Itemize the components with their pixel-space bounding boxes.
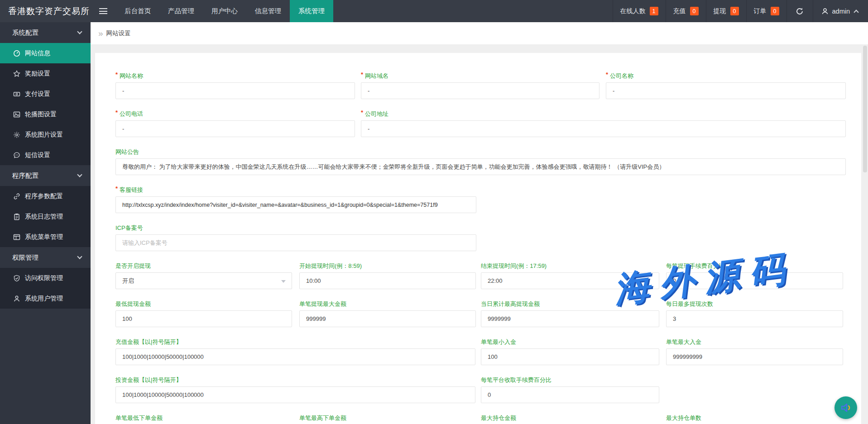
chevron-down-icon — [77, 172, 82, 177]
company-name-field: *公司名称 — [606, 72, 846, 99]
stat-label: 订单 — [754, 7, 767, 15]
withdraw-end-time-input[interactable] — [481, 272, 659, 289]
recharge-amounts-input[interactable] — [115, 348, 475, 365]
field-label: 单笔最高下单金额 — [299, 414, 346, 421]
sidebar: 系统配置 网站信息 奖励设置 支付设置 轮播图设置 系统图片设置 — [0, 22, 91, 424]
sidebar-item-site-info[interactable]: 网站信息 — [0, 43, 91, 63]
app-logo: 香港数字资产交易所 — [0, 0, 91, 22]
site-name-input[interactable] — [115, 82, 355, 99]
icp-number-input[interactable] — [115, 234, 476, 251]
field-label: 网站域名 — [365, 72, 388, 79]
select-caret-icon — [281, 280, 286, 283]
required-asterisk: * — [606, 71, 608, 78]
stat-label: 在线人数 — [620, 7, 646, 15]
withdraw-count-badge: 0 — [730, 7, 739, 15]
field-label: 每日最多提现次数 — [666, 300, 713, 307]
user-menu[interactable]: admin — [813, 0, 868, 22]
sidebar-item-system-logs[interactable]: 系统日志管理 — [0, 206, 91, 227]
max-single-withdraw-input[interactable] — [299, 310, 476, 327]
platform-fee-percent-input[interactable] — [481, 386, 659, 403]
required-asterisk: * — [115, 185, 118, 192]
sidebar-item-system-menus[interactable]: 系统菜单管理 — [0, 227, 91, 247]
sidebar-item-sms-settings[interactable]: 短信设置 — [0, 145, 91, 165]
chevron-up-icon — [854, 10, 858, 14]
stat-online-users[interactable]: 在线人数 1 — [613, 0, 666, 22]
field-label: 充值金额【以|符号隔开】 — [115, 338, 182, 345]
company-address-input[interactable] — [361, 120, 846, 137]
customer-service-link-field: *客服链接 — [115, 186, 476, 213]
field-label: 每笔平台收取手续费百分比 — [481, 376, 551, 383]
image-icon — [12, 111, 21, 118]
company-address-field: *公司地址 — [361, 110, 846, 137]
stat-withdraw[interactable]: 提现 0 — [706, 0, 746, 22]
tab-system-management[interactable]: 系统管理 — [290, 0, 333, 22]
field-label: 网站名称 — [120, 72, 143, 79]
gear-icon — [12, 131, 21, 138]
max-order-amount-field: 单笔最高下单金额 — [299, 414, 476, 424]
sidebar-item-system-image-settings[interactable]: 系统图片设置 — [0, 124, 91, 145]
withdraw-start-time-field: 开始提现时间(例：8:59) — [299, 262, 476, 289]
withdraw-start-time-input[interactable] — [299, 272, 476, 289]
money-icon — [12, 91, 21, 98]
recharge-count-badge: 0 — [690, 7, 699, 15]
online-count-badge: 1 — [650, 7, 658, 15]
tab-user-center[interactable]: 用户中心 — [203, 0, 246, 22]
tab-products[interactable]: 产品管理 — [159, 0, 203, 22]
breadcrumb-chevrons-icon: » — [98, 29, 103, 38]
hamburger-menu-icon[interactable] — [91, 0, 116, 22]
field-label: 是否开启提现 — [115, 262, 151, 269]
order-count-badge: 0 — [771, 7, 779, 15]
stat-recharge[interactable]: 充值 0 — [666, 0, 706, 22]
max-single-withdraw-field: 单笔提现最大金额 — [299, 300, 476, 327]
sidebar-item-payment-settings[interactable]: 支付设置 — [0, 84, 91, 104]
username: admin — [832, 8, 850, 15]
max-position-count-field: 最大持仓单数 — [666, 414, 843, 424]
field-label: 单笔最低下单金额 — [115, 414, 163, 421]
refresh-icon[interactable] — [786, 0, 813, 22]
sidebar-item-access-permissions[interactable]: 访问权限管理 — [0, 268, 91, 288]
required-asterisk: * — [361, 71, 363, 78]
max-single-deposit-input[interactable] — [666, 348, 843, 365]
field-label: 当日累计最高提现金额 — [481, 300, 540, 307]
sidebar-item-system-users[interactable]: 系统用户管理 — [0, 288, 91, 309]
company-phone-field: *公司电话 — [115, 110, 355, 137]
site-notice-input[interactable] — [115, 158, 846, 175]
min-withdraw-amount-input[interactable] — [115, 310, 292, 327]
sidebar-item-reward-settings[interactable]: 奖励设置 — [0, 63, 91, 84]
stat-orders[interactable]: 订单 0 — [746, 0, 786, 22]
withdraw-enabled-select[interactable]: 开启 — [115, 272, 292, 289]
tab-information[interactable]: 信息管理 — [246, 0, 290, 22]
star-icon — [12, 70, 21, 77]
sidebar-item-carousel-settings[interactable]: 轮播图设置 — [0, 104, 91, 124]
chat-bubble-icon — [12, 152, 21, 159]
site-domain-input[interactable] — [361, 82, 599, 99]
sidebar-group-program-config[interactable]: 程序配置 — [0, 165, 91, 186]
withdraw-fee-percent-input[interactable] — [666, 272, 843, 289]
required-asterisk: * — [361, 109, 363, 116]
speaker-icon — [839, 401, 853, 414]
company-name-input[interactable] — [606, 82, 846, 99]
sidebar-group-system-config[interactable]: 系统配置 — [0, 22, 91, 43]
company-phone-input[interactable] — [115, 120, 355, 137]
field-label: 最低提现金额 — [115, 300, 151, 307]
min-single-deposit-input[interactable] — [481, 348, 659, 365]
max-daily-withdraw-times-input[interactable] — [666, 310, 843, 327]
max-daily-withdraw-input[interactable] — [481, 310, 659, 327]
site-domain-field: *网站域名 — [361, 72, 599, 99]
breadcrumb-bar: » 网站设置 — [91, 22, 868, 44]
floating-sound-button[interactable] — [834, 396, 857, 419]
topbar-right: 在线人数 1 充值 0 提现 0 订单 0 admin — [613, 0, 868, 22]
customer-service-link-input[interactable] — [115, 196, 476, 213]
invest-amounts-input[interactable] — [115, 386, 475, 403]
sidebar-item-program-params[interactable]: 程序参数配置 — [0, 186, 91, 206]
layout-icon — [12, 233, 21, 241]
field-label: 最大持仓单数 — [666, 414, 701, 421]
user-icon — [821, 8, 829, 15]
vertical-scrollbar[interactable] — [863, 46, 867, 172]
field-label: 网站公告 — [115, 148, 139, 155]
field-label: 客服链接 — [120, 186, 143, 193]
sidebar-group-permissions[interactable]: 权限管理 — [0, 247, 91, 268]
link-icon — [12, 193, 21, 200]
tab-dashboard[interactable]: 后台首页 — [116, 0, 159, 22]
field-label: 开始提现时间(例：8:59) — [299, 262, 362, 269]
